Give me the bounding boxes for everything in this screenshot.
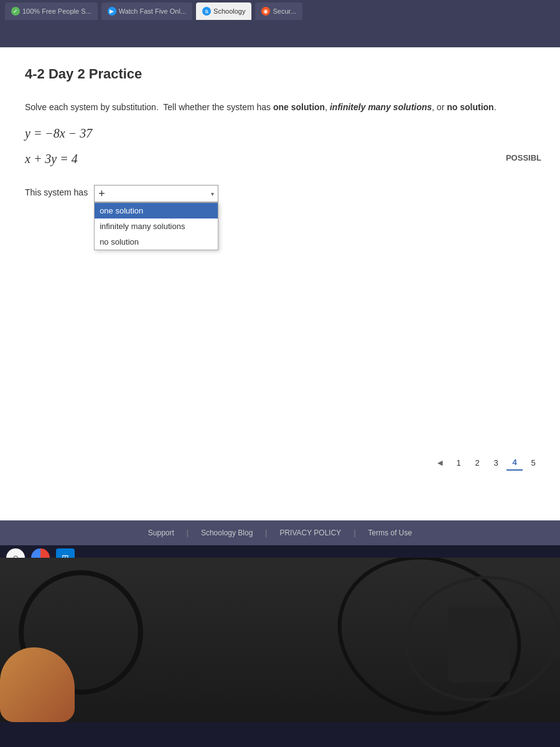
pagination-page-5[interactable]: 5 [525,454,541,471]
pagination: ◀ 1 2 3 4 5 [432,454,541,471]
footer-sep-3: | [353,529,355,537]
footer-privacy-policy[interactable]: PRIVACY POLICY [279,529,341,537]
taskbar-chrome-button[interactable] [31,548,50,558]
tab-free-people[interactable]: ✓ 100% Free People S... [5,2,98,20]
tab-label-watch-fast: Watch Fast Five Onl... [119,7,186,15]
tab-schoology[interactable]: S Schoology [196,2,251,20]
dropdown-option-no-solution[interactable]: no solution [95,234,218,250]
tab-watch-fast[interactable]: ▶ Watch Fast Five Onl... [101,2,192,20]
dropdown-selected-value: + [98,187,105,200]
dropdown-select-inner: + ▾ [98,187,214,200]
footer-sep-1: | [187,529,189,537]
dropdown-chevron-icon: ▾ [211,190,214,197]
possible-label: POSSIBL [506,153,541,162]
dropdown-option-infinitely-many[interactable]: infinitely many solutions [95,218,218,234]
system-label: This system has [25,185,88,197]
equation2: x + 3y = 4 [25,152,535,166]
tab-icon-securi: ◉ [261,7,270,16]
dropdown-select[interactable]: + ▾ [94,185,218,202]
tab-label-securi: Secur... [273,7,296,15]
speaker-right [448,608,510,682]
dropdown-menu: one solution infinitely many solutions n… [94,202,218,250]
instructions-text: Solve each system by substitution. Tell … [25,101,535,114]
bold-no-solution: no solution [447,102,493,112]
pagination-page-4[interactable]: 4 [506,454,523,471]
equation1: y = −8x − 37 [25,126,535,141]
page-content: 4-2 Day 2 Practice POSSIBL Solve each sy… [0,47,560,520]
browser-tab-bar: ✓ 100% Free People S... ▶ Watch Fast Fiv… [0,0,560,22]
dropdown-container[interactable]: + ▾ one solution infinitely many solutio… [94,185,218,202]
footer-support[interactable]: Support [148,529,174,537]
monitor-screen: 4-2 Day 2 Practice POSSIBL Solve each sy… [0,22,560,558]
tab-icon-free-people: ✓ [11,7,20,16]
tab-label-free-people: 100% Free People S... [22,7,91,15]
taskbar: ○ ⊞ [0,545,560,558]
footer-schoology-blog[interactable]: Schoology Blog [201,529,253,537]
system-row: This system has + ▾ one solution infinit… [25,185,535,202]
taskbar-search-button[interactable]: ○ [6,548,25,558]
taskbar-explorer-button[interactable]: ⊞ [56,548,75,558]
desk-area [0,558,560,722]
bold-infinitely-many: infinitely many solutions [330,102,432,112]
site-footer: Support | Schoology Blog | PRIVACY POLIC… [0,520,560,545]
tab-icon-schoology: S [202,7,211,16]
tab-securi[interactable]: ◉ Secur... [255,2,302,20]
footer-sep-2: | [265,529,267,537]
bold-one-solution: one solution [273,102,325,112]
browser-nav-bar [0,22,560,47]
pagination-page-1[interactable]: 1 [450,454,467,471]
pagination-prev[interactable]: ◀ [432,454,448,471]
pagination-page-2[interactable]: 2 [469,454,485,471]
pagination-page-3[interactable]: 3 [488,454,504,471]
page-title: 4-2 Day 2 Practice [25,66,535,82]
tab-icon-watch-fast: ▶ [108,7,116,16]
dropdown-option-one-solution[interactable]: one solution [95,203,218,218]
footer-terms-of-use[interactable]: Terms of Use [368,529,413,537]
tab-label-schoology: Schoology [213,7,245,15]
